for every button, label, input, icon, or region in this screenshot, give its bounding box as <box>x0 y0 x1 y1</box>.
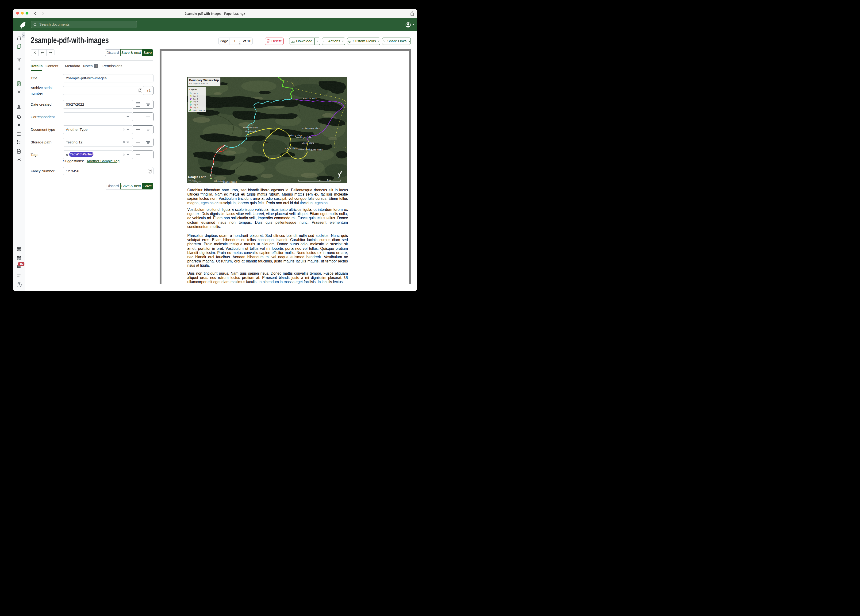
svg-text:Squirrel Island: Squirrel Island <box>309 149 322 151</box>
svg-text:Text: Text <box>264 141 269 144</box>
svg-text:Day 2: Day 2 <box>193 95 198 97</box>
svg-text:©2017 Google: ©2017 Google <box>188 179 196 181</box>
svg-text:Washington Island: Washington Island <box>296 136 313 138</box>
svg-text:Boundary Waters Trip: Boundary Waters Trip <box>189 79 219 82</box>
svg-text:Canoe Island: Canoe Island <box>285 147 297 149</box>
svg-text:Six days in BWCA: Six days in BWCA <box>189 82 208 85</box>
svg-text:N: N <box>337 176 340 179</box>
svg-text:Day 3: Day 3 <box>193 98 198 100</box>
svg-text:Charlies Island: Charlies Island <box>223 181 237 183</box>
svg-text:Hausons Island: Hausons Island <box>303 97 317 100</box>
svg-text:Entry Point 24: Entry Point 24 <box>193 109 205 111</box>
svg-text:Gary Island: Gary Island <box>245 130 256 132</box>
svg-text:Indian Grave Island: Indian Grave Island <box>302 127 320 130</box>
svg-text:3 mi: 3 mi <box>327 179 331 181</box>
svg-text:Google Earth: Google Earth <box>188 175 206 179</box>
svg-text:Lincoln Island: Lincoln Island <box>301 142 314 144</box>
svg-text:Image © 2017 DigitalGlobe: Image © 2017 DigitalGlobe <box>188 181 203 183</box>
svg-text:New York Island: New York Island <box>243 127 258 129</box>
svg-text:Day 6: Day 6 <box>193 106 198 108</box>
svg-text:Day 4: Day 4 <box>193 101 198 103</box>
svg-text:Legend: Legend <box>190 88 197 91</box>
svg-text:Norway Island: Norway Island <box>297 148 310 150</box>
svg-text:Day 1: Day 1 <box>193 92 198 94</box>
svg-text:Day 5: Day 5 <box>193 104 198 106</box>
svg-text:Mile Island: Mile Island <box>214 180 224 182</box>
